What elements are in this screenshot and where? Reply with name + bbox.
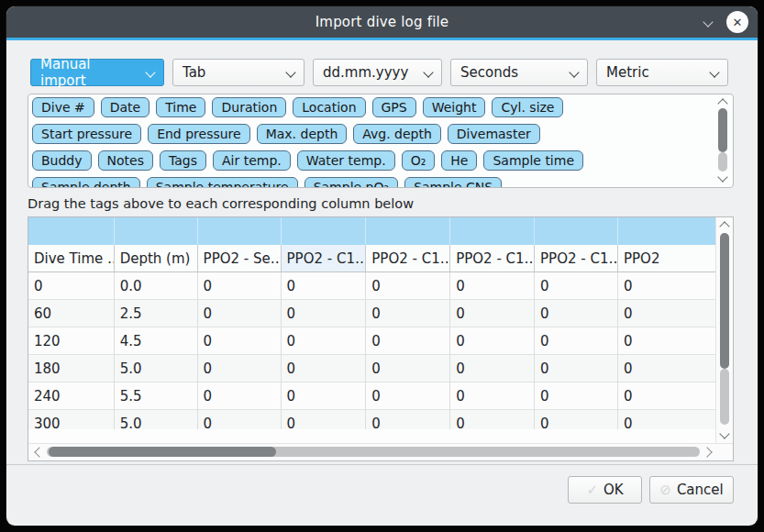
- tag-tags[interactable]: Tags: [160, 150, 206, 171]
- scrollbar-track[interactable]: [47, 447, 700, 457]
- scrollbar-track[interactable]: [718, 152, 727, 172]
- dropzone-cell-3[interactable]: [282, 217, 367, 245]
- tag-location[interactable]: Location: [293, 97, 365, 117]
- cancel-button[interactable]: ⊘ Cancel: [649, 476, 734, 504]
- cell-4-4: 0: [366, 382, 450, 410]
- cell-4-6: 0: [535, 382, 618, 410]
- column-header-6[interactable]: PPO2 - C1…: [535, 245, 618, 272]
- tag-rows: Dive #DateTimeDurationLocationGPSWeightC…: [32, 97, 709, 188]
- cell-0-5: 0: [450, 272, 535, 300]
- tag-panel-scrollbar[interactable]: [713, 94, 733, 187]
- dropzone-cell-4[interactable]: [366, 217, 450, 245]
- dialog-title: Import dive log file: [316, 14, 449, 30]
- scroll-up-icon[interactable]: [719, 221, 729, 231]
- table-row-1[interactable]: 602.5000000: [28, 300, 718, 327]
- tag-water-temp-[interactable]: Water temp.: [297, 150, 395, 171]
- close-button[interactable]: ✕: [726, 11, 748, 33]
- check-icon: ✓: [586, 482, 598, 498]
- dropzone-cell-5[interactable]: [450, 217, 535, 245]
- dropdown-value: dd.mm.yyyy: [323, 64, 408, 81]
- tag-he[interactable]: He: [441, 150, 477, 171]
- cell-0-6: 0: [535, 272, 618, 300]
- column-header-4[interactable]: PPO2 - C1…: [366, 245, 450, 272]
- cell-0-0: 0: [28, 272, 115, 300]
- table-vertical-scrollbar[interactable]: [715, 217, 733, 446]
- column-header-2[interactable]: PPO2 - Se…: [198, 245, 282, 272]
- dropdown-0[interactable]: Manual import: [30, 59, 164, 86]
- table-row-3[interactable]: 1805.0000000: [28, 355, 718, 382]
- table-row-5[interactable]: 3005.0000000: [28, 410, 718, 429]
- table-horizontal-scrollbar[interactable]: [28, 443, 734, 460]
- cell-1-1: 2.5: [115, 300, 198, 327]
- cell-4-0: 240: [28, 382, 115, 410]
- dropzone-cell-0[interactable]: [28, 217, 115, 245]
- tag-max-depth[interactable]: Max. depth: [257, 124, 348, 144]
- cell-3-7: 0: [618, 355, 718, 382]
- dropdown-2[interactable]: dd.mm.yyyy: [313, 59, 442, 86]
- dropdown-4[interactable]: Metric: [596, 59, 728, 86]
- cell-5-4: 0: [366, 410, 450, 429]
- cell-0-4: 0: [366, 272, 450, 300]
- cancel-icon: ⊘: [659, 482, 671, 498]
- dropzone-cell-2[interactable]: [198, 217, 282, 245]
- scrollbar-thumb[interactable]: [718, 108, 727, 152]
- cell-0-2: 0: [198, 272, 282, 300]
- table-row-4[interactable]: 2405.5000000: [28, 382, 718, 410]
- dropdown-1[interactable]: Tab: [172, 59, 304, 86]
- tag-notes[interactable]: Notes: [98, 150, 153, 171]
- tag-air-temp-[interactable]: Air temp.: [213, 150, 291, 171]
- tag-row-2: BuddyNotesTagsAir temp.Water temp.O₂HeSa…: [32, 150, 709, 171]
- import-dive-log-dialog: Import dive log file ✕ Manual importTabd…: [6, 6, 758, 526]
- scroll-down-icon[interactable]: [719, 428, 729, 438]
- scroll-down-icon[interactable]: [717, 172, 727, 182]
- import-options-row: Manual importTabdd.mm.yyyySecondsMetric: [6, 40, 758, 86]
- cell-3-1: 5.0: [115, 355, 198, 382]
- column-header-1[interactable]: Depth (m): [115, 245, 198, 272]
- tag-sample-temperature[interactable]: Sample temperature: [147, 177, 298, 188]
- shade-button[interactable]: [703, 17, 714, 28]
- column-header-7[interactable]: PPO2: [618, 245, 718, 272]
- tag-weight[interactable]: Weight: [423, 97, 486, 117]
- column-header-3[interactable]: PPO2 - C1…: [282, 245, 367, 272]
- tag-dive-[interactable]: Dive #: [32, 97, 94, 117]
- close-icon: ✕: [733, 16, 743, 29]
- column-header-0[interactable]: Dive Time …: [28, 245, 115, 272]
- table-row-2[interactable]: 1204.5000000: [28, 327, 718, 355]
- table-row-0[interactable]: 00.0000000: [28, 272, 718, 300]
- column-header-5[interactable]: PPO2 - C1…: [450, 245, 535, 272]
- tag-o-[interactable]: O₂: [402, 150, 436, 171]
- scroll-right-icon[interactable]: [702, 447, 712, 457]
- dropzone-cell-1[interactable]: [115, 217, 198, 245]
- dropzone-cell-7[interactable]: [618, 217, 718, 245]
- tag-divemaster[interactable]: Divemaster: [448, 124, 540, 144]
- dropdown-3[interactable]: Seconds: [450, 59, 588, 86]
- dropzone-cell-6[interactable]: [535, 217, 618, 245]
- tag-avg-depth[interactable]: Avg. depth: [353, 124, 441, 144]
- cell-2-5: 0: [450, 327, 535, 355]
- chevron-down-icon: [423, 67, 433, 77]
- cell-3-4: 0: [366, 355, 450, 382]
- scroll-up-icon[interactable]: [717, 98, 727, 108]
- tag-date[interactable]: Date: [101, 97, 149, 117]
- tag-end-pressure[interactable]: End pressure: [148, 124, 250, 144]
- tag-time[interactable]: Time: [156, 97, 205, 117]
- scrollbar-thumb[interactable]: [720, 233, 729, 369]
- instruction-text: Drag the tags above to each correspondin…: [28, 196, 758, 211]
- tag-buddy[interactable]: Buddy: [32, 150, 92, 171]
- tag-sample-time[interactable]: Sample time: [483, 150, 583, 171]
- tag-sample-depth[interactable]: Sample depth: [32, 177, 140, 188]
- tag-sample-cns[interactable]: Sample CNS: [404, 177, 502, 188]
- scrollbar-track[interactable]: [720, 369, 729, 425]
- tag-duration[interactable]: Duration: [212, 97, 286, 117]
- cell-5-6: 0: [535, 410, 618, 429]
- tag-gps[interactable]: GPS: [372, 97, 416, 117]
- tag-start-pressure[interactable]: Start pressure: [32, 124, 141, 144]
- cell-1-3: 0: [282, 300, 367, 327]
- chevron-down-icon: [145, 67, 155, 77]
- tag-cyl-size[interactable]: Cyl. size: [492, 97, 563, 117]
- tag-sample-po-[interactable]: Sample pO₂: [304, 177, 398, 188]
- cell-1-0: 60: [28, 300, 115, 327]
- scroll-left-icon[interactable]: [34, 447, 44, 457]
- scrollbar-thumb[interactable]: [49, 447, 276, 457]
- ok-button[interactable]: ✓ OK: [568, 476, 642, 504]
